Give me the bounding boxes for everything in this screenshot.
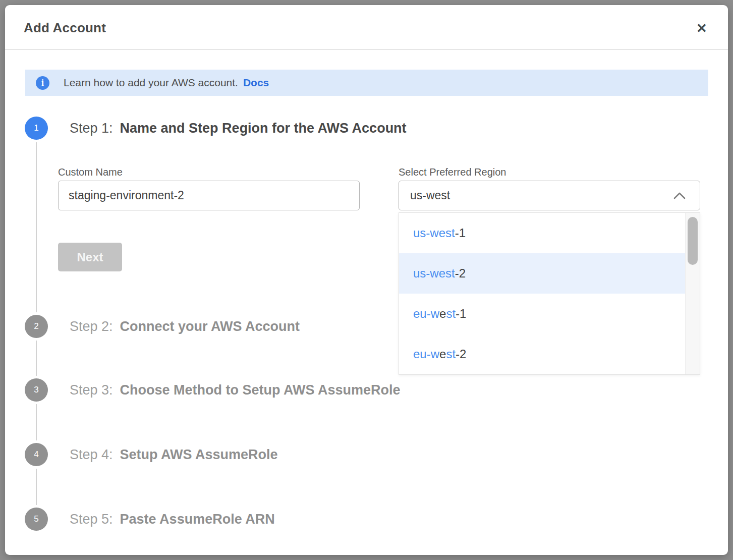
option-text: e bbox=[439, 307, 446, 321]
step-5-badge: 5 bbox=[25, 508, 48, 531]
region-option-eu-west-1[interactable]: eu-west-1 bbox=[399, 294, 685, 334]
step-connector bbox=[36, 142, 37, 312]
step-connector bbox=[36, 341, 37, 376]
option-text: -2 bbox=[455, 266, 466, 281]
add-account-modal: Add Account ✕ i Learn how to add your AW… bbox=[5, 5, 728, 555]
step-1-badge: 1 bbox=[25, 117, 48, 140]
region-dropdown: us-west-1us-west-2eu-west-1eu-west-2 bbox=[399, 212, 700, 375]
option-match-text: eu-w bbox=[413, 347, 439, 361]
step-1-title: Name and Step Region for the AWS Account bbox=[120, 121, 407, 136]
region-dropdown-options: us-west-1us-west-2eu-west-1eu-west-2 bbox=[399, 213, 685, 374]
step-4-label: Step 4: bbox=[70, 447, 113, 462]
step-connector bbox=[36, 469, 37, 505]
modal-header: Add Account ✕ bbox=[5, 5, 728, 50]
custom-name-label: Custom Name bbox=[58, 166, 123, 178]
docs-link[interactable]: Docs bbox=[243, 77, 269, 89]
option-match-text: st bbox=[446, 307, 456, 321]
banner-text: Learn how to add your AWS account. bbox=[64, 77, 238, 89]
step-connector bbox=[36, 404, 37, 440]
dropdown-scrollbar-track[interactable] bbox=[685, 213, 700, 374]
close-icon[interactable]: ✕ bbox=[693, 19, 711, 37]
step-2-label: Step 2: bbox=[70, 319, 113, 334]
next-button[interactable]: Next bbox=[58, 243, 122, 271]
option-text: -1 bbox=[455, 226, 466, 240]
step-3-badge: 3 bbox=[25, 378, 48, 402]
custom-name-input[interactable] bbox=[58, 181, 360, 210]
option-text: e bbox=[439, 347, 446, 361]
region-option-eu-west-2[interactable]: eu-west-2 bbox=[399, 334, 685, 374]
step-3-label: Step 3: bbox=[70, 382, 113, 398]
step-4-title: Setup AWS AssumeRole bbox=[120, 447, 278, 462]
step-2-badge: 2 bbox=[25, 315, 48, 338]
region-combobox-value: us-west bbox=[410, 189, 450, 202]
option-text: -1 bbox=[456, 307, 466, 321]
option-match-text: us-west bbox=[413, 266, 455, 281]
option-match-text: st bbox=[446, 347, 456, 361]
step-4-row: 4 Step 4:Setup AWS AssumeRole bbox=[25, 443, 278, 466]
chevron-up-icon[interactable] bbox=[672, 191, 687, 202]
step-5-label: Step 5: bbox=[70, 512, 113, 527]
step-1-row: 1 Step 1:Name and Step Region for the AW… bbox=[25, 117, 407, 140]
option-text: -2 bbox=[456, 347, 466, 361]
step-3-row: 3 Step 3:Choose Method to Setup AWS Assu… bbox=[25, 378, 401, 402]
step-2-title: Connect your AWS Account bbox=[120, 319, 300, 334]
region-option-us-west-2[interactable]: us-west-2 bbox=[399, 253, 685, 294]
step-5-row: 5 Step 5:Paste AssumeRole ARN bbox=[25, 508, 275, 531]
step-3-title: Choose Method to Setup AWS AssumeRole bbox=[120, 382, 401, 398]
info-banner: i Learn how to add your AWS account. Doc… bbox=[25, 70, 708, 96]
info-icon: i bbox=[36, 76, 49, 90]
step-1-label: Step 1: bbox=[70, 121, 113, 136]
region-option-us-west-1[interactable]: us-west-1 bbox=[399, 213, 685, 253]
option-match-text: us-west bbox=[413, 226, 455, 240]
step-5-title: Paste AssumeRole ARN bbox=[120, 512, 275, 527]
step-4-badge: 4 bbox=[25, 443, 48, 466]
step-2-row: 2 Step 2:Connect your AWS Account bbox=[25, 315, 300, 338]
region-combobox[interactable]: us-west bbox=[399, 181, 700, 210]
option-match-text: eu-w bbox=[413, 307, 439, 321]
dropdown-scrollbar-thumb[interactable] bbox=[688, 217, 698, 265]
modal-title: Add Account bbox=[24, 20, 106, 36]
region-label: Select Preferred Region bbox=[399, 166, 506, 178]
